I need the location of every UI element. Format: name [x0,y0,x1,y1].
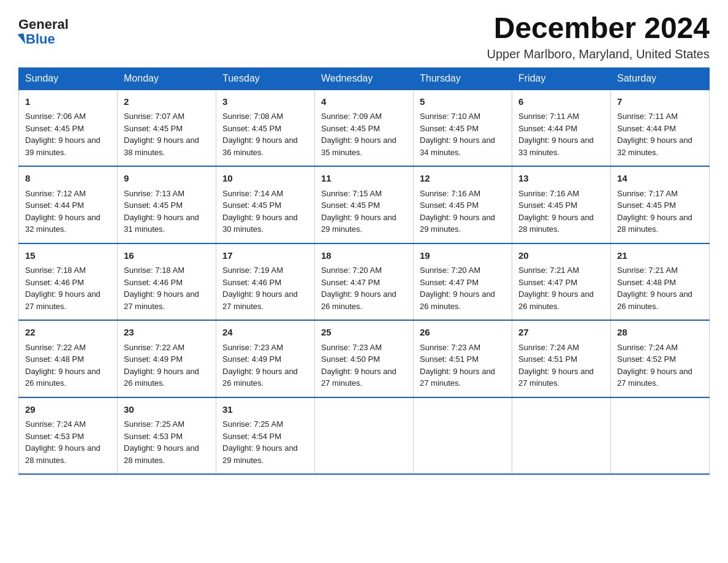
day-number: 28 [617,326,703,340]
day-number: 4 [321,95,407,109]
daylight-info: Daylight: 9 hours and 26 minutes. [124,367,199,388]
day-number: 17 [222,249,308,263]
calendar-cell: 3Sunrise: 7:08 AMSunset: 4:45 PMDaylight… [216,90,315,167]
sunset-info: Sunset: 4:51 PM [420,354,479,364]
day-number: 29 [25,403,111,417]
day-number: 23 [124,326,210,340]
logo-triangle-icon [18,34,26,45]
calendar-cell: 12Sunrise: 7:16 AMSunset: 4:45 PMDayligh… [414,166,512,243]
sunset-info: Sunset: 4:45 PM [420,124,479,133]
location-subtitle: Upper Marlboro, Maryland, United States [487,47,710,61]
day-number: 19 [420,249,506,263]
sunset-info: Sunset: 4:48 PM [617,278,676,287]
sunrise-info: Sunrise: 7:25 AM [222,419,283,429]
day-number: 21 [617,249,703,263]
sunrise-info: Sunrise: 7:21 AM [617,266,678,275]
calendar-cell: 26Sunrise: 7:23 AMSunset: 4:51 PMDayligh… [414,320,512,397]
calendar-cell: 1Sunrise: 7:06 AMSunset: 4:45 PMDaylight… [19,90,118,167]
calendar-cell: 19Sunrise: 7:20 AMSunset: 4:47 PMDayligh… [414,243,512,321]
daylight-info: Daylight: 9 hours and 28 minutes. [25,443,100,465]
daylight-info: Daylight: 9 hours and 27 minutes. [518,367,594,388]
daylight-info: Daylight: 9 hours and 26 minutes. [518,289,594,311]
daylight-info: Daylight: 9 hours and 29 minutes. [222,443,298,465]
sunset-info: Sunset: 4:53 PM [25,432,84,441]
column-header-monday: Monday [118,67,216,90]
column-header-tuesday: Tuesday [216,67,315,90]
sunrise-info: Sunrise: 7:21 AM [518,266,579,275]
daylight-info: Daylight: 9 hours and 28 minutes. [124,443,199,465]
calendar-cell: 25Sunrise: 7:23 AMSunset: 4:50 PMDayligh… [315,320,414,397]
sunset-info: Sunset: 4:45 PM [617,201,676,210]
calendar-cell: 17Sunrise: 7:19 AMSunset: 4:46 PMDayligh… [216,243,315,321]
sunrise-info: Sunrise: 7:12 AM [25,189,86,198]
calendar-cell: 21Sunrise: 7:21 AMSunset: 4:48 PMDayligh… [611,243,710,321]
day-number: 16 [124,249,210,263]
daylight-info: Daylight: 9 hours and 30 minutes. [222,213,298,234]
sunset-info: Sunset: 4:47 PM [518,278,577,287]
day-number: 14 [617,172,703,186]
sunrise-info: Sunrise: 7:25 AM [124,419,184,429]
column-header-wednesday: Wednesday [315,67,414,90]
sunset-info: Sunset: 4:45 PM [222,201,281,210]
daylight-info: Daylight: 9 hours and 27 minutes. [420,367,495,388]
calendar-week-row: 15Sunrise: 7:18 AMSunset: 4:46 PMDayligh… [19,243,710,321]
daylight-info: Daylight: 9 hours and 26 minutes. [617,289,692,311]
sunrise-info: Sunrise: 7:08 AM [222,112,283,121]
day-number: 10 [222,172,308,186]
daylight-info: Daylight: 9 hours and 36 minutes. [222,136,298,157]
calendar-cell: 16Sunrise: 7:18 AMSunset: 4:46 PMDayligh… [118,243,216,321]
calendar-cell: 13Sunrise: 7:16 AMSunset: 4:45 PMDayligh… [512,166,611,243]
daylight-info: Daylight: 9 hours and 35 minutes. [321,136,396,157]
sunrise-info: Sunrise: 7:09 AM [321,112,382,121]
sunset-info: Sunset: 4:45 PM [124,124,183,133]
daylight-info: Daylight: 9 hours and 26 minutes. [25,367,100,388]
calendar-cell: 11Sunrise: 7:15 AMSunset: 4:45 PMDayligh… [315,166,414,243]
calendar-cell: 30Sunrise: 7:25 AMSunset: 4:53 PMDayligh… [118,397,216,475]
sunrise-info: Sunrise: 7:11 AM [518,112,579,121]
sunset-info: Sunset: 4:45 PM [321,124,380,133]
daylight-info: Daylight: 9 hours and 26 minutes. [321,289,396,311]
sunset-info: Sunset: 4:45 PM [25,124,84,133]
sunset-info: Sunset: 4:47 PM [420,278,479,287]
calendar-header-row: SundayMondayTuesdayWednesdayThursdayFrid… [19,67,710,90]
daylight-info: Daylight: 9 hours and 31 minutes. [124,213,199,234]
daylight-info: Daylight: 9 hours and 32 minutes. [25,213,100,234]
daylight-info: Daylight: 9 hours and 38 minutes. [124,136,199,157]
sunset-info: Sunset: 4:46 PM [25,278,84,287]
sunset-info: Sunset: 4:53 PM [124,432,183,441]
calendar-week-row: 29Sunrise: 7:24 AMSunset: 4:53 PMDayligh… [19,397,710,475]
sunset-info: Sunset: 4:44 PM [518,124,577,133]
sunset-info: Sunset: 4:48 PM [25,354,84,364]
sunset-info: Sunset: 4:49 PM [222,354,281,364]
sunset-info: Sunset: 4:45 PM [518,201,577,210]
sunset-info: Sunset: 4:45 PM [321,201,380,210]
calendar-cell: 4Sunrise: 7:09 AMSunset: 4:45 PMDaylight… [315,90,414,167]
sunrise-info: Sunrise: 7:13 AM [124,189,184,198]
sunset-info: Sunset: 4:51 PM [518,354,577,364]
day-number: 2 [124,95,210,109]
daylight-info: Daylight: 9 hours and 27 minutes. [124,289,199,311]
calendar-cell: 14Sunrise: 7:17 AMSunset: 4:45 PMDayligh… [611,166,710,243]
daylight-info: Daylight: 9 hours and 29 minutes. [420,213,495,234]
sunset-info: Sunset: 4:52 PM [617,354,676,364]
sunset-info: Sunset: 4:45 PM [124,201,183,210]
sunrise-info: Sunrise: 7:23 AM [222,343,283,352]
calendar-week-row: 8Sunrise: 7:12 AMSunset: 4:44 PMDaylight… [19,166,710,243]
month-year-title: December 2024 [487,12,710,45]
daylight-info: Daylight: 9 hours and 28 minutes. [617,213,692,234]
sunrise-info: Sunrise: 7:15 AM [321,189,382,198]
daylight-info: Daylight: 9 hours and 27 minutes. [25,289,100,311]
calendar-cell: 7Sunrise: 7:11 AMSunset: 4:44 PMDaylight… [611,90,710,167]
daylight-info: Daylight: 9 hours and 29 minutes. [321,213,396,234]
calendar-cell [611,397,710,475]
logo-general-text: General [18,17,69,32]
sunset-info: Sunset: 4:46 PM [222,278,281,287]
daylight-info: Daylight: 9 hours and 27 minutes. [222,289,298,311]
calendar-cell: 15Sunrise: 7:18 AMSunset: 4:46 PMDayligh… [19,243,118,321]
daylight-info: Daylight: 9 hours and 39 minutes. [25,136,100,157]
title-block: December 2024 Upper Marlboro, Maryland, … [487,12,710,61]
sunrise-info: Sunrise: 7:20 AM [420,266,480,275]
sunrise-info: Sunrise: 7:07 AM [124,112,184,121]
calendar-cell: 31Sunrise: 7:25 AMSunset: 4:54 PMDayligh… [216,397,315,475]
day-number: 5 [420,95,506,109]
